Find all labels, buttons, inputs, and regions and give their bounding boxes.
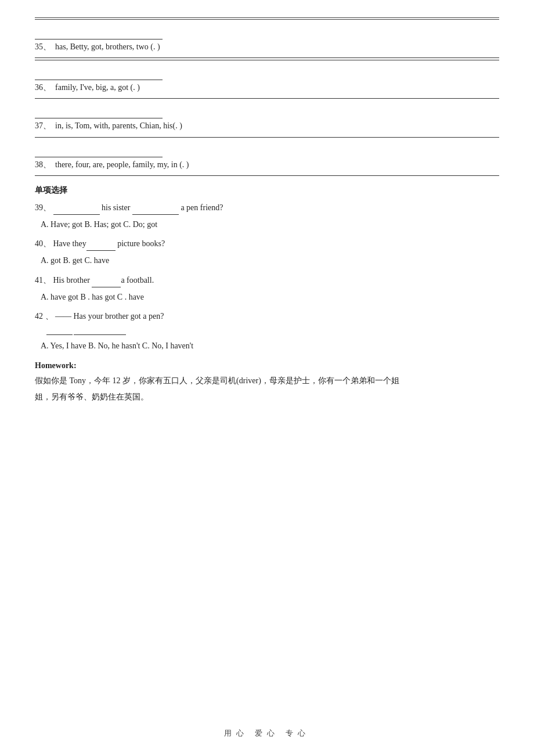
q40-blank[interactable] xyxy=(86,242,116,251)
q39-blank2[interactable] xyxy=(132,206,179,215)
q40-options: A. got B. get C. have xyxy=(35,253,499,268)
question-39: 39、 his sister a pen friend? xyxy=(35,200,499,215)
section-title-choice: 单项选择 xyxy=(35,185,499,196)
question-36: 36、 family, I've, big, a, got (. ) xyxy=(35,80,499,95)
question-41: 41、 His brother a football. xyxy=(35,273,499,287)
homework-text: 假如你是 Tony，今年 12 岁，你家有五口人，父亲是司机(driver)，母… xyxy=(35,373,499,389)
question-37: 37、 in, is, Tom, with, parents, Chian, h… xyxy=(35,118,499,133)
footer-text: 用心 爱心 专心 xyxy=(0,728,534,739)
question-42: 42 、 —— Has your brother got a pen? xyxy=(35,309,499,323)
q39-blank1[interactable] xyxy=(53,206,100,215)
q41-blank[interactable] xyxy=(92,278,121,287)
question-35: 35、 has, Betty, got, brothers, two (. ) xyxy=(35,39,499,54)
q42-answer-area xyxy=(35,326,499,335)
homework-section: Homework: 假如你是 Tony，今年 12 岁，你家有五口人，父亲是司机… xyxy=(35,361,499,405)
q41-options: A. have got B . has got C . have xyxy=(35,290,499,304)
question-40: 40、 Have they picture books? xyxy=(35,236,499,251)
q39-options: A. Have; got B. Has; got C. Do; got xyxy=(35,217,499,232)
homework-title: Homework: xyxy=(35,361,499,370)
question-38: 38、 there, four, are, people, family, my… xyxy=(35,157,499,172)
q42-options: A. Yes, I have B. No, he hasn't C. No, I… xyxy=(35,339,499,353)
q42-underline-answer[interactable] xyxy=(74,326,126,335)
q42-dash-answer[interactable] xyxy=(46,326,73,335)
homework-text-2: 姐，另有爷爷、奶奶住在英国。 xyxy=(35,389,499,405)
